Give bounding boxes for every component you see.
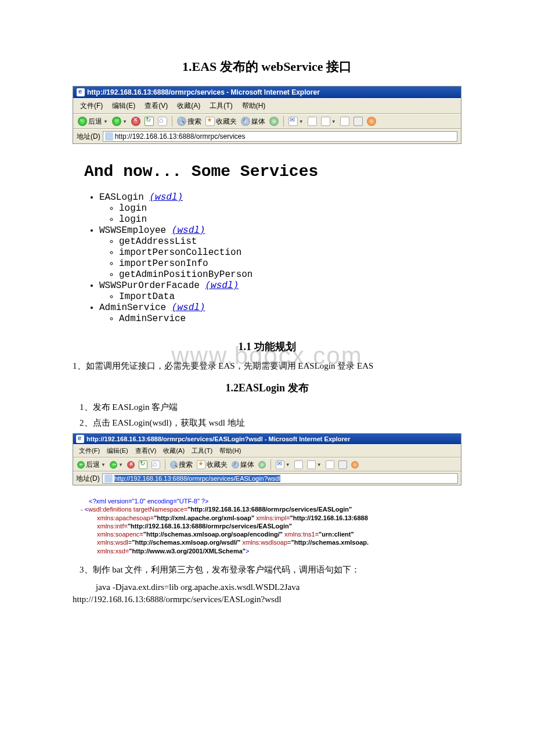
orange-icon [351, 461, 359, 469]
menu-edit[interactable]: 编辑(E) [107, 100, 140, 112]
misc-button-2[interactable] [352, 117, 364, 126]
misc-button-3[interactable] [366, 117, 377, 126]
service-name: EASLogin [99, 192, 144, 203]
menu-favorites[interactable]: 收藏(A) [160, 446, 188, 456]
menu-file[interactable]: 文件(F) [75, 446, 103, 456]
menu-file[interactable]: 文件(F) [75, 100, 107, 112]
services-heading: And now... Some Services [84, 163, 450, 181]
misc-button-1[interactable] [324, 460, 335, 469]
mail-button[interactable]: ▼ [275, 460, 291, 469]
edit-button[interactable]: ▼ [320, 117, 337, 126]
menu-favorites[interactable]: 收藏(A) [172, 100, 205, 112]
xml-ns-attr: xmlns:apachesoap= [97, 514, 154, 521]
xml-ns-value: "http://schemas.xmlsoap. [291, 539, 369, 546]
menu-help[interactable]: 帮助(H) [237, 100, 270, 112]
method-item: getAdminPositionByPerson [119, 269, 450, 280]
section-1-1: 1.1 功能规划 www.bdocx.com 1、如需调用凭证接口，必需先要登录… [73, 340, 461, 372]
home-button[interactable] [150, 460, 161, 469]
services-page-content: And now... Some Services EASLogin (wsdl)… [73, 151, 461, 330]
xml-ns-attr: xmlns:tns1= [284, 531, 319, 538]
menu-edit[interactable]: 编辑(E) [103, 446, 132, 456]
print-button[interactable] [293, 460, 304, 469]
xml-attr-value: "http://192.168.16.13:6888/ormrpc/servic… [187, 506, 352, 513]
wsdl-link[interactable]: (wsdl) [172, 303, 205, 313]
edit-icon [321, 117, 330, 126]
menu-help[interactable]: 帮助(H) [216, 446, 244, 456]
services-list: EASLogin (wsdl) login login WSWSEmployee… [84, 192, 450, 324]
edit-icon [307, 460, 316, 469]
refresh-icon [139, 460, 147, 469]
media-button[interactable]: 媒体 [240, 117, 266, 127]
service-item: AdminService (wsdl) AdminService [99, 303, 450, 324]
address-url: http://192.168.16.13:6888/ormrpc/service… [114, 475, 280, 482]
mail-icon [288, 117, 298, 126]
back-icon [78, 117, 87, 126]
home-icon [151, 460, 160, 469]
search-button[interactable]: 搜索 [169, 460, 194, 470]
java-command: java -Djava.ext.dirs=lib org.apache.axis… [73, 581, 461, 606]
address-input[interactable]: http://192.168.16.13:6888/ormrpc/service… [102, 473, 458, 484]
back-button[interactable]: 后退▼ [76, 460, 107, 470]
forward-button[interactable]: ▼ [111, 117, 128, 126]
misc-button-2[interactable] [337, 460, 348, 469]
wsdl-xml-content: <?xml version="1.0" encoding="UTF-8" ?> … [73, 492, 461, 560]
section-1-1-text: 1、如需调用凭证接口，必需先要登录 EAS，先期需要调用 EASLogin 登录… [73, 361, 461, 372]
browser-addressbar: 地址(D) http://192.168.16.13:6888/ormrpc/s… [73, 471, 461, 485]
address-url: http://192.168.16.13:6888/ormrpc/service… [115, 132, 246, 141]
history-button[interactable] [268, 117, 280, 126]
refresh-button[interactable] [143, 117, 155, 126]
wsdl-link[interactable]: (wsdl) [149, 192, 183, 203]
forward-icon [112, 117, 121, 126]
xml-collapse-toggle[interactable]: - [81, 506, 85, 513]
refresh-button[interactable] [138, 460, 149, 469]
print-button[interactable] [306, 117, 318, 126]
address-input[interactable]: http://192.168.16.13:6888/ormrpc/service… [103, 131, 457, 142]
browser-toolbar: 后退▼ ▼ 搜索 收藏夹 媒体 ▼ ▼ [73, 114, 461, 129]
stop-icon [131, 117, 140, 126]
wsdl-link[interactable]: (wsdl) [172, 225, 205, 236]
home-icon [158, 117, 167, 126]
orange-icon [367, 117, 376, 126]
separator [172, 116, 172, 127]
separator [283, 116, 284, 127]
wsdl-link[interactable]: (wsdl) [205, 280, 239, 291]
home-button[interactable] [157, 117, 168, 126]
xml-ns-attr: xmlns:soapenc= [97, 531, 143, 538]
history-button[interactable] [257, 461, 267, 469]
mail-button[interactable]: ▼ [287, 117, 305, 126]
menu-tools[interactable]: 工具(T) [205, 100, 237, 112]
stop-button[interactable] [126, 461, 136, 469]
menu-view[interactable]: 查看(V) [140, 100, 172, 112]
stop-icon [127, 461, 135, 469]
service-name: WSWSPurOrderFacade [99, 280, 200, 291]
menu-view[interactable]: 查看(V) [132, 446, 160, 456]
xml-ns-attr: xmlns:wsdlsoap= [242, 539, 291, 546]
media-button[interactable]: 媒体 [230, 460, 255, 470]
print-icon [294, 460, 303, 469]
search-label: 搜索 [179, 460, 193, 470]
misc-button-3[interactable] [350, 461, 360, 469]
xml-close: > [246, 548, 249, 555]
media-label: 媒体 [240, 460, 254, 470]
favorites-icon [197, 460, 205, 469]
separator [165, 459, 165, 470]
browser-toolbar: 后退▼ ▼ 搜索 收藏夹 媒体 ▼ ▼ [73, 458, 461, 471]
forward-button[interactable]: ▼ [109, 461, 124, 469]
xml-ns-value: "http://192.168.16.13:6888 [290, 514, 368, 521]
misc-button-1[interactable] [339, 117, 351, 126]
refresh-icon [145, 117, 154, 126]
address-label: 地址(D) [77, 132, 100, 142]
back-button[interactable]: 后退▼ [77, 117, 109, 127]
service-name: WSWSEmployee [99, 225, 166, 236]
favorites-button[interactable]: 收藏夹 [196, 460, 229, 470]
favorites-icon [205, 117, 215, 126]
edit-button[interactable]: ▼ [306, 460, 323, 469]
xml-ns-value: "http://schemas.xmlsoap.org/soap/encodin… [143, 531, 283, 538]
print-icon [308, 117, 317, 126]
search-button[interactable]: 搜索 [176, 117, 203, 127]
method-item: getAddressList [119, 236, 450, 247]
xml-ns-value: "http://xml.apache.org/xml-soap" [154, 514, 254, 521]
favorites-button[interactable]: 收藏夹 [204, 117, 238, 127]
stop-button[interactable] [130, 117, 142, 126]
menu-tools[interactable]: 工具(T) [188, 446, 216, 456]
